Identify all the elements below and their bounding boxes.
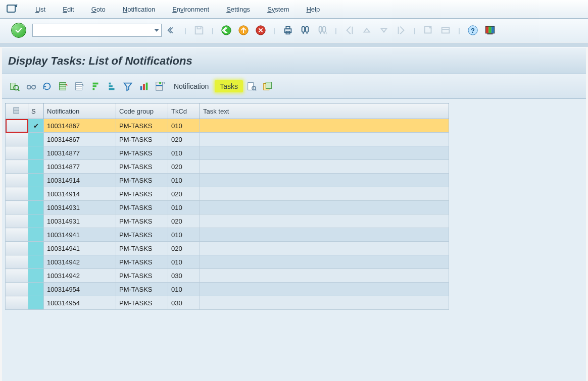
cell-tkcd: 010 [168, 201, 200, 214]
row-selector[interactable] [6, 187, 28, 201]
last-page-icon[interactable] [394, 23, 408, 37]
select-all-icon[interactable] [56, 79, 71, 93]
table-row[interactable]: 100314877PM-TASKS010 [6, 146, 449, 160]
find-next-icon[interactable]: + [315, 23, 329, 37]
cell-code-group: PM-TASKS [116, 201, 168, 214]
cell-s [28, 160, 44, 174]
cell-s [28, 146, 44, 160]
cell-task-text [200, 255, 449, 269]
table-row[interactable]: ✔100314867PM-TASKS010 [6, 119, 449, 133]
col-task-text[interactable]: Task text [200, 103, 449, 119]
select-all-column-header[interactable] [6, 103, 28, 119]
find-icon[interactable] [298, 23, 312, 37]
sort-desc-icon[interactable] [104, 79, 119, 93]
cell-task-text [200, 146, 449, 160]
table-row[interactable]: 100314931PM-TASKS010 [6, 201, 449, 214]
table-row[interactable]: 100314942PM-TASKS010 [6, 255, 449, 269]
row-selector[interactable] [6, 228, 28, 242]
table-row[interactable]: 100314914PM-TASKS020 [6, 187, 449, 201]
chart-icon[interactable] [136, 79, 152, 93]
menu-settings[interactable]: Settings [225, 6, 251, 13]
create-session-icon[interactable] [421, 23, 435, 37]
cell-task-text [200, 228, 449, 242]
row-selector[interactable] [6, 174, 28, 187]
first-page-icon[interactable] [342, 23, 357, 37]
page-down-icon[interactable] [377, 23, 391, 37]
row-selector[interactable] [6, 119, 28, 133]
help-icon[interactable]: ? [466, 23, 480, 37]
row-selector[interactable] [6, 255, 28, 269]
save-icon[interactable] [192, 23, 206, 37]
tasks-table[interactable]: S Notification Code group TkCd Task text… [5, 103, 449, 310]
cell-code-group: PM-TASKS [116, 255, 168, 269]
cell-task-text [200, 269, 449, 283]
cell-tkcd: 010 [168, 119, 200, 133]
cell-code-group: PM-TASKS [116, 214, 168, 228]
row-selector[interactable] [6, 242, 28, 255]
menu-goto[interactable]: Goto [90, 6, 107, 13]
svg-rect-30 [93, 88, 95, 90]
sort-asc-icon[interactable] [88, 79, 103, 93]
row-selector[interactable] [6, 283, 28, 296]
row-selector[interactable] [6, 160, 28, 174]
col-code-group[interactable]: Code group [116, 103, 168, 119]
refresh-icon[interactable] [39, 79, 55, 93]
svg-rect-38 [159, 82, 161, 84]
svg-rect-31 [109, 83, 111, 85]
svg-rect-35 [143, 84, 145, 90]
col-tkcd[interactable]: TkCd [168, 103, 200, 119]
duplicate-icon[interactable] [260, 79, 275, 93]
row-selector[interactable] [6, 214, 28, 228]
table-row[interactable]: 100314867PM-TASKS020 [6, 133, 449, 146]
menu-system[interactable]: System [266, 6, 290, 13]
page-up-icon[interactable] [360, 23, 374, 37]
back-icon[interactable] [219, 23, 233, 37]
exit-icon[interactable] [236, 23, 251, 37]
col-notification[interactable]: Notification [44, 103, 116, 119]
row-selector[interactable] [6, 201, 28, 214]
table-row[interactable]: 100314877PM-TASKS020 [6, 160, 449, 174]
menu-list[interactable]: List [34, 6, 46, 13]
menu-edit[interactable]: Edit [62, 6, 75, 13]
tasks-button[interactable]: Tasks [215, 80, 243, 92]
menu-environment[interactable]: Environment [171, 6, 210, 13]
table-row[interactable]: 100314954PM-TASKS010 [6, 283, 449, 296]
table-row[interactable]: 100314954PM-TASKS030 [6, 296, 449, 310]
sap-menu-icon[interactable] [4, 2, 19, 17]
cell-notification: 100314931 [44, 201, 116, 214]
glasses-icon[interactable] [23, 79, 38, 93]
deselect-all-icon[interactable] [72, 79, 87, 93]
command-field[interactable] [32, 24, 162, 37]
filter-icon[interactable] [120, 79, 135, 93]
table-row[interactable]: 100314941PM-TASKS010 [6, 228, 449, 242]
print-icon[interactable] [281, 23, 295, 37]
table-row[interactable]: 100314941PM-TASKS020 [6, 242, 449, 255]
layout-icon[interactable] [483, 23, 497, 37]
svg-rect-36 [146, 83, 148, 90]
svg-rect-32 [109, 85, 113, 87]
cancel-icon[interactable] [254, 23, 268, 37]
menu-help[interactable]: Help [305, 6, 321, 13]
row-selector[interactable] [6, 296, 28, 310]
export-icon[interactable] [153, 79, 168, 93]
print-list-icon[interactable] [244, 79, 259, 93]
menu-bar: List Edit Goto Notification Environment … [0, 0, 588, 19]
menu-notification[interactable]: Notification [122, 6, 156, 13]
notification-button[interactable]: Notification [169, 80, 214, 92]
collapse-icon[interactable] [165, 23, 179, 37]
generate-shortcut-icon[interactable] [438, 23, 453, 37]
enter-button[interactable] [11, 23, 26, 38]
table-row[interactable]: 100314942PM-TASKS030 [6, 269, 449, 283]
col-s[interactable]: S [28, 103, 44, 119]
row-selector[interactable] [6, 269, 28, 283]
command-dropdown-icon[interactable] [154, 29, 159, 32]
cell-task-text [200, 133, 449, 146]
row-selector[interactable] [6, 146, 28, 160]
detail-icon[interactable] [7, 79, 22, 93]
page-title: Display Tasks: List of Notifications [8, 55, 580, 68]
application-toolbar: Notification Tasks [2, 74, 586, 99]
table-row[interactable]: 100314931PM-TASKS020 [6, 214, 449, 228]
row-selector[interactable] [6, 133, 28, 146]
table-row[interactable]: 100314914PM-TASKS010 [6, 174, 449, 187]
cell-tkcd: 030 [168, 269, 200, 283]
